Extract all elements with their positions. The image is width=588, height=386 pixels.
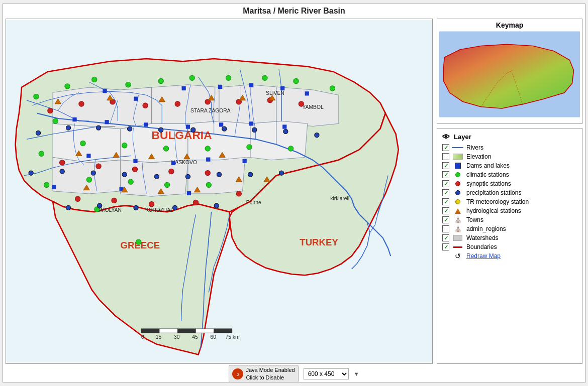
- rivers-symbol: [452, 144, 463, 151]
- svg-rect-121: [177, 329, 195, 333]
- svg-point-62: [143, 103, 148, 108]
- svg-point-90: [91, 171, 95, 175]
- svg-rect-123: [214, 329, 232, 333]
- trmeteo-symbol: [452, 198, 463, 205]
- svg-text:kirklareli: kirklareli: [330, 196, 349, 201]
- map-panel[interactable]: BULGARIA GREECE TURKEY SLIVEN YAMBOL STA…: [6, 19, 433, 364]
- svg-rect-27: [133, 159, 137, 163]
- boundaries-checkbox[interactable]: [442, 243, 449, 250]
- svg-rect-19: [72, 117, 76, 121]
- svg-point-91: [122, 172, 127, 177]
- svg-point-68: [60, 160, 65, 165]
- climatic-checkbox[interactable]: [442, 171, 449, 178]
- towns-label: Towns: [466, 216, 483, 223]
- watersheds-label: Watersheds: [466, 234, 499, 241]
- elevation-label: Elevation: [466, 153, 491, 160]
- map-size-select[interactable]: 600 x 450 800 x 600 1024 x 768: [304, 368, 349, 379]
- svg-point-88: [29, 171, 33, 175]
- keymap-title: Keymap: [439, 21, 580, 29]
- rivers-label: Rivers: [466, 144, 483, 151]
- precip-checkbox[interactable]: [442, 189, 449, 196]
- svg-text:Edirne: Edirne: [246, 200, 261, 205]
- legend-item: TR meteorology station: [442, 198, 577, 205]
- dams-symbol: [452, 162, 463, 169]
- svg-point-82: [159, 127, 163, 132]
- legend-item: Elevation: [442, 153, 577, 160]
- svg-point-54: [128, 179, 133, 184]
- svg-text:TURKEY: TURKEY: [300, 237, 338, 247]
- synoptic-checkbox[interactable]: [442, 180, 449, 187]
- svg-point-85: [252, 127, 257, 132]
- svg-rect-14: [182, 86, 186, 90]
- precip-label: precipitation stations: [466, 189, 521, 196]
- svg-point-75: [149, 201, 154, 206]
- dams-checkbox[interactable]: [442, 162, 449, 169]
- svg-rect-28: [171, 161, 175, 165]
- svg-point-101: [214, 203, 219, 208]
- svg-rect-22: [186, 124, 190, 128]
- svg-rect-20: [105, 120, 109, 124]
- svg-point-73: [75, 196, 80, 201]
- towns-checkbox[interactable]: [442, 216, 449, 223]
- svg-rect-17: [280, 86, 284, 90]
- elevation-checkbox[interactable]: [442, 153, 449, 160]
- svg-point-76: [193, 200, 198, 205]
- hydro-checkbox[interactable]: [442, 207, 449, 214]
- svg-point-48: [163, 146, 168, 151]
- svg-point-60: [79, 101, 84, 106]
- svg-point-100: [172, 205, 177, 210]
- svg-point-47: [122, 143, 127, 148]
- synoptic-label: synoptic stations: [466, 180, 511, 187]
- svg-point-81: [127, 126, 132, 131]
- svg-text:30: 30: [174, 334, 180, 340]
- svg-rect-26: [86, 154, 90, 158]
- svg-point-38: [126, 82, 131, 87]
- synoptic-symbol: [452, 180, 463, 187]
- svg-point-70: [132, 167, 137, 172]
- legend-item: ⛪ admin_regions: [442, 225, 577, 232]
- legend-item: precipitation stations: [442, 189, 577, 196]
- svg-point-40: [189, 75, 194, 80]
- redraw-symbol: ↺: [452, 252, 463, 260]
- svg-point-51: [288, 146, 293, 151]
- svg-rect-120: [159, 329, 177, 333]
- svg-rect-13: [134, 97, 138, 101]
- svg-point-42: [262, 75, 267, 80]
- java-mode-button[interactable]: J Java Mode Enabled Click to Disable: [229, 365, 298, 382]
- watersheds-symbol: [452, 234, 463, 241]
- svg-point-87: [315, 133, 319, 137]
- admin-label: admin_regions: [466, 225, 506, 232]
- page-title: Maritsa / Meric River Basin: [6, 7, 582, 16]
- climatic-label: climatic stations: [466, 171, 509, 178]
- legend-item: hydrological stations: [442, 207, 577, 214]
- watersheds-checkbox[interactable]: [442, 234, 449, 241]
- admin-checkbox[interactable]: [442, 225, 449, 232]
- trmeteo-checkbox[interactable]: [442, 198, 449, 205]
- legend-item: ↺ Redraw Map: [442, 252, 577, 260]
- svg-point-44: [330, 86, 335, 91]
- app-container: Maritsa / Meric River Basin: [3, 4, 585, 382]
- svg-text:YAMBOL: YAMBOL: [302, 104, 324, 110]
- svg-point-50: [247, 145, 252, 150]
- legend-item: Dams and lakes: [442, 162, 577, 169]
- rivers-checkbox[interactable]: [442, 144, 449, 151]
- svg-point-71: [169, 169, 174, 174]
- svg-rect-30: [243, 159, 247, 163]
- svg-point-63: [175, 101, 180, 106]
- svg-text:0: 0: [141, 334, 144, 340]
- svg-point-99: [134, 205, 138, 210]
- legend-item: synoptic stations: [442, 180, 577, 187]
- svg-point-92: [154, 174, 159, 179]
- svg-point-35: [65, 84, 70, 89]
- legend-header-label: Layer: [454, 133, 471, 141]
- admin-symbol: ⛪: [452, 225, 463, 232]
- legend-item: ⛪ Towns: [442, 216, 577, 223]
- eye-icon: 👁: [442, 133, 450, 141]
- svg-point-39: [158, 78, 163, 83]
- svg-rect-21: [144, 122, 148, 126]
- redraw-label[interactable]: Redraw Map: [466, 252, 501, 260]
- svg-point-56: [206, 182, 211, 187]
- svg-rect-24: [249, 121, 253, 125]
- svg-point-49: [205, 146, 210, 151]
- climatic-symbol: [452, 171, 463, 178]
